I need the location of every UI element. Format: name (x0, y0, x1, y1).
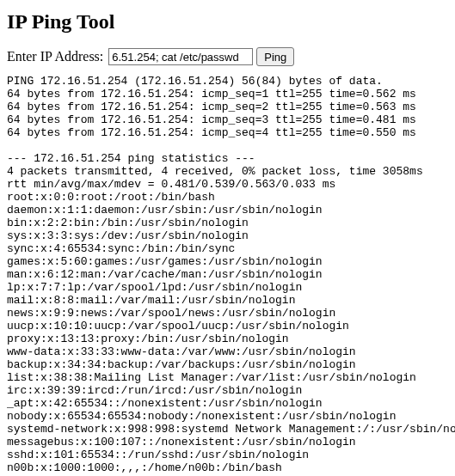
ping-button[interactable]: Ping (256, 47, 294, 66)
command-output: PING 172.16.51.254 (172.16.51.254) 56(84… (7, 75, 448, 474)
ip-form: Enter IP Address: Ping (7, 47, 448, 66)
ip-input[interactable] (108, 48, 253, 65)
ip-label: Enter IP Address: (7, 49, 103, 64)
page-title: IP Ping Tool (7, 10, 448, 34)
